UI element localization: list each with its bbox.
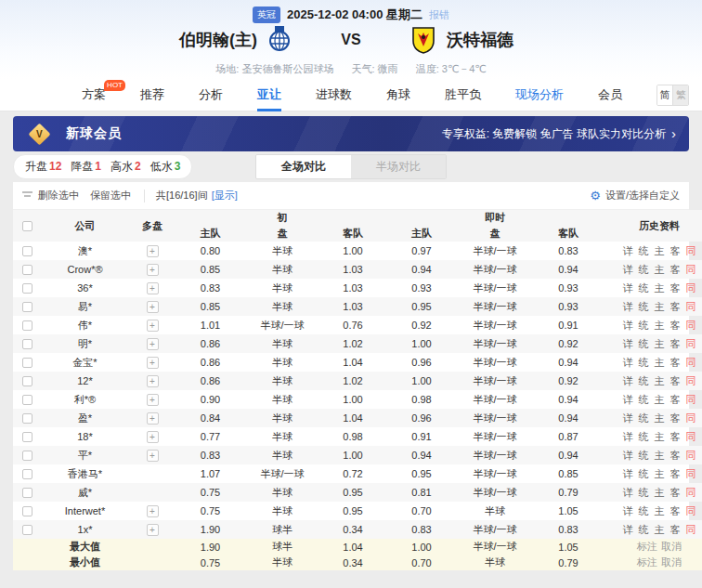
history-link[interactable]: 详 [623,412,633,424]
history-link[interactable]: 统 [639,375,649,386]
row-checkbox[interactable] [22,413,32,424]
company-name[interactable]: Crow*® [41,260,129,279]
history-link[interactable]: 主 [655,338,665,349]
row-checkbox[interactable] [22,432,32,442]
history-link[interactable]: 同 [686,524,696,535]
expand-plus-button[interactable]: + [147,375,159,387]
history-link[interactable]: 统 [639,394,649,405]
history-link[interactable]: 统 [639,301,649,312]
nav-item-analysis[interactable]: 分析 [199,79,223,111]
history-link[interactable]: 同 [686,264,696,275]
history-link[interactable]: 详 [623,301,633,312]
history-link[interactable]: 详 [623,320,633,331]
history-link[interactable]: 主 [655,468,665,479]
history-link[interactable]: 统 [639,505,649,516]
company-name[interactable]: 利*® [41,390,129,409]
keep-selected-button[interactable]: 保留选中 [90,189,131,203]
company-name[interactable]: 12* [41,372,129,390]
delete-selected-button[interactable]: 删除选中 [38,189,79,203]
row-checkbox[interactable] [22,451,32,461]
history-link[interactable]: 详 [623,282,633,294]
nav-item-recommend[interactable]: 推荐 [140,79,164,111]
history-link[interactable]: 同 [686,394,696,405]
nav-item-membership[interactable]: 会员 [598,79,622,111]
history-link[interactable]: 详 [623,450,633,461]
expand-plus-button[interactable]: + [147,338,159,350]
expand-plus-button[interactable]: + [147,394,159,406]
history-link[interactable]: 客 [670,338,681,349]
history-link[interactable]: 主 [655,245,665,256]
history-link[interactable]: 统 [639,282,649,294]
row-checkbox[interactable] [22,525,32,535]
history-link[interactable]: 同 [686,357,696,368]
history-link[interactable]: 详 [623,394,633,405]
show-link[interactable]: [显示] [212,189,238,203]
history-link[interactable]: 客 [670,282,681,294]
history-link[interactable]: 主 [655,412,665,424]
company-name[interactable]: Interwet* [41,502,129,520]
company-name[interactable]: 盈* [41,409,129,427]
row-checkbox[interactable] [22,488,32,498]
history-link[interactable]: 统 [639,524,649,535]
history-link[interactable]: 客 [670,301,681,312]
lang-simplified-button[interactable]: 简 [657,85,672,105]
expand-plus-button[interactable]: + [147,357,159,369]
history-link[interactable]: 详 [623,264,633,275]
history-link[interactable]: 同 [686,320,696,331]
nav-item-goals[interactable]: 进球数 [316,79,352,111]
history-link[interactable]: 详 [623,245,633,256]
history-link[interactable]: 客 [670,264,681,275]
company-name[interactable]: 金宝* [41,353,129,372]
history-link[interactable]: 客 [670,487,681,498]
history-link[interactable]: 同 [686,412,696,424]
row-checkbox[interactable] [22,283,32,294]
summary-action-link[interactable]: 标注 [637,556,657,568]
company-name[interactable]: 香港马* [41,464,129,483]
tab-full-match-compare[interactable]: 全场对比 [256,155,351,178]
history-link[interactable]: 客 [670,245,681,256]
row-checkbox[interactable] [22,469,32,479]
company-name[interactable]: 平* [41,446,129,464]
history-link[interactable]: 主 [655,320,665,331]
history-link[interactable]: 同 [686,245,696,256]
history-link[interactable]: 主 [655,301,665,312]
history-link[interactable]: 统 [639,468,649,479]
history-link[interactable]: 详 [623,505,633,516]
row-checkbox[interactable] [22,246,32,256]
row-checkbox[interactable] [22,376,32,386]
history-link[interactable]: 详 [623,431,633,442]
row-checkbox[interactable] [22,320,32,331]
history-link[interactable]: 统 [639,338,649,349]
history-link[interactable]: 客 [670,412,681,424]
history-link[interactable]: 同 [686,338,696,349]
chevron-right-icon[interactable]: › [671,128,676,139]
row-checkbox[interactable] [22,506,32,516]
history-link[interactable]: 详 [623,524,633,535]
expand-plus-button[interactable]: + [147,320,159,332]
history-link[interactable]: 统 [639,431,649,442]
history-link[interactable]: 同 [686,487,696,498]
history-link[interactable]: 主 [655,450,665,461]
lang-traditional-button[interactable]: 繁 [672,85,688,105]
history-link[interactable]: 客 [670,375,681,386]
summary-action-link[interactable]: 标注 [637,541,657,552]
history-link[interactable]: 主 [655,505,665,516]
report-error-link[interactable]: 报错 [429,8,449,22]
history-link[interactable]: 同 [686,505,696,516]
history-link[interactable]: 主 [655,375,665,386]
nav-item-live-analysis[interactable]: 现场分析 [515,79,564,111]
history-link[interactable]: 详 [623,375,633,386]
history-link[interactable]: 同 [686,282,696,294]
company-name[interactable]: 明* [41,334,129,353]
history-link[interactable]: 主 [655,431,665,442]
row-checkbox[interactable] [22,395,32,405]
history-link[interactable]: 详 [623,357,633,368]
company-name[interactable]: 1x* [41,520,129,539]
history-link[interactable]: 详 [623,338,633,349]
history-link[interactable]: 主 [655,264,665,275]
history-link[interactable]: 客 [670,320,681,331]
company-name[interactable]: 36* [41,279,129,297]
company-name[interactable]: 易* [41,297,129,316]
nav-item-corners[interactable]: 角球 [386,79,410,111]
vip-banner[interactable]: V 新球会员 专享权益: 免费解锁 免广告 球队实力对比分析 › [13,116,689,151]
